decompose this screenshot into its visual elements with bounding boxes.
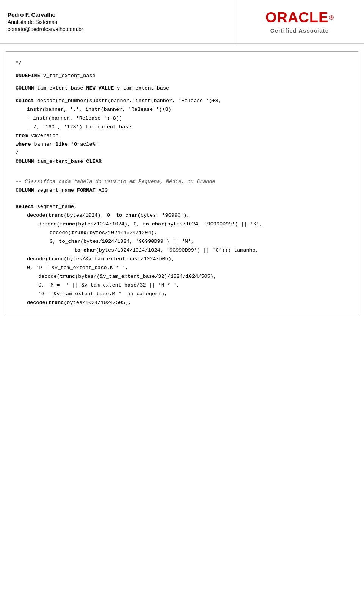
oracle-certification: ORACLE® Certified Associate bbox=[235, 0, 364, 43]
code-line: select decode(to_number(substr(banner, i… bbox=[16, 97, 348, 105]
code-line: */ bbox=[16, 59, 348, 68]
blank-line bbox=[16, 174, 348, 178]
code-line: decode(trunc(bytes/1024/1024), 0, to_cha… bbox=[16, 220, 348, 229]
code-line: decode(trunc(bytes/1024), 0, to_char(byt… bbox=[16, 211, 348, 220]
code-line: COLUMN segment_name FORMAT A30 bbox=[16, 186, 348, 195]
code-line: decode(trunc(bytes/(&v_tam_extent_base/3… bbox=[16, 272, 348, 281]
code-line: to_char(bytes/1024/1024/1024, '9G990D99'… bbox=[16, 246, 348, 255]
author-email: contato@pedrofcarvalho.com.br bbox=[8, 26, 227, 32]
code-line: decode(trunc(bytes/&v_tam_extent_base/10… bbox=[16, 255, 348, 264]
author-name: Pedro F. Carvalho bbox=[8, 11, 227, 18]
code-line: - instr(banner, 'Release ')-8)) bbox=[16, 114, 348, 123]
code-line: COLUMN tam_extent_base CLEAR bbox=[16, 157, 348, 166]
code-line: 0, 'P = &v_tam_extent_base.K * ', bbox=[16, 264, 348, 272]
blank-line bbox=[16, 68, 348, 72]
code-line: COLUMN tam_extent_base NEW_VALUE v_tam_e… bbox=[16, 84, 348, 93]
code-line: UNDEFINE v_tam_extent_base bbox=[16, 72, 348, 80]
code-line: decode(trunc(bytes/1024/1024/1204), bbox=[16, 229, 348, 238]
code-block: */ UNDEFINE v_tam_extent_base COLUMN tam… bbox=[6, 51, 358, 315]
oracle-logo-text: ORACLE bbox=[265, 9, 328, 26]
code-comment: -- Classifica cada tabela do usuário em … bbox=[16, 178, 348, 186]
blank-line bbox=[16, 170, 348, 174]
certified-label: Certified Associate bbox=[270, 27, 329, 34]
code-line: / bbox=[16, 149, 348, 157]
code-line: select segment_name, bbox=[16, 203, 348, 211]
page-header: Pedro F. Carvalho Analista de Sistemas c… bbox=[0, 0, 364, 44]
author-role: Analista de Sistemas bbox=[8, 19, 227, 25]
code-line: 0, 'M = ' || &v_tam_extent_base/32 || 'M… bbox=[16, 281, 348, 290]
blank-line bbox=[16, 199, 348, 203]
code-line: 0, to_char(bytes/1024/1024, '9G990D99') … bbox=[16, 238, 348, 246]
blank-line bbox=[16, 80, 348, 84]
code-line: instr(banner, '.', instr(banner, 'Releas… bbox=[16, 105, 348, 114]
oracle-registered-mark: ® bbox=[329, 14, 334, 21]
code-line: where banner like 'Oracle%' bbox=[16, 140, 348, 149]
code-line: , 7, '160', '128') tam_extent_base bbox=[16, 123, 348, 132]
blank-line bbox=[16, 93, 348, 97]
code-line: from v$version bbox=[16, 132, 348, 140]
blank-line bbox=[16, 166, 348, 170]
blank-line bbox=[16, 195, 348, 199]
code-line: 'G = &v_tam_extent_base.M * ')) categori… bbox=[16, 290, 348, 299]
oracle-logo: ORACLE® bbox=[265, 9, 334, 26]
code-line: decode(trunc(bytes/1024/1024/505), bbox=[16, 299, 348, 307]
author-info: Pedro F. Carvalho Analista de Sistemas c… bbox=[0, 0, 235, 43]
